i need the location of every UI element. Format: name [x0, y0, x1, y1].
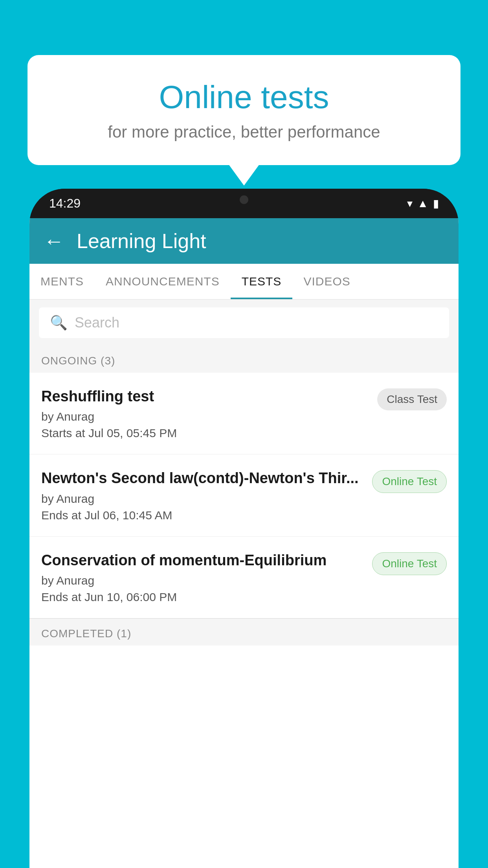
- phone-notch: [209, 189, 279, 210]
- speech-bubble-title: Online tests: [55, 79, 433, 116]
- status-icons: ▾ ▲ ▮: [407, 197, 439, 210]
- list-item[interactable]: Conservation of momentum-Equilibrium by …: [29, 537, 459, 618]
- test-badge: Class Test: [377, 388, 447, 410]
- search-box[interactable]: 🔍 Search: [39, 307, 449, 338]
- app-title: Learning Light: [77, 229, 206, 253]
- speech-bubble-subtitle: for more practice, better performance: [55, 123, 433, 142]
- test-info: Newton's Second law(contd)-Newton's Thir…: [41, 469, 364, 522]
- search-placeholder: Search: [75, 314, 119, 331]
- completed-section-header: COMPLETED (1): [29, 618, 459, 645]
- test-time-label: Starts at: [41, 427, 85, 440]
- test-time: Ends at Jul 06, 10:45 AM: [41, 509, 364, 522]
- signal-icon: ▲: [417, 197, 428, 210]
- speech-bubble-container: Online tests for more practice, better p…: [28, 55, 460, 165]
- test-name: Newton's Second law(contd)-Newton's Thir…: [41, 469, 364, 488]
- app-header: ← Learning Light: [29, 218, 459, 264]
- list-item[interactable]: Newton's Second law(contd)-Newton's Thir…: [29, 454, 459, 536]
- test-by: by Anurag: [41, 410, 369, 423]
- tabs-container: MENTS ANNOUNCEMENTS TESTS VIDEOS: [29, 264, 459, 300]
- tab-videos[interactable]: VIDEOS: [292, 264, 361, 299]
- test-by: by Anurag: [41, 574, 364, 587]
- ongoing-section-header: ONGOING (3): [29, 346, 459, 373]
- test-name: Conservation of momentum-Equilibrium: [41, 551, 364, 570]
- tab-announcements[interactable]: ANNOUNCEMENTS: [95, 264, 231, 299]
- test-time: Ends at Jun 10, 06:00 PM: [41, 590, 364, 604]
- test-time: Starts at Jul 05, 05:45 PM: [41, 427, 369, 440]
- phone-screen: ← Learning Light MENTS ANNOUNCEMENTS TES…: [29, 218, 459, 868]
- test-info: Reshuffling test by Anurag Starts at Jul…: [41, 387, 369, 440]
- tab-ments[interactable]: MENTS: [29, 264, 95, 299]
- test-badge: Online Test: [372, 470, 447, 493]
- test-badge: Online Test: [372, 552, 447, 575]
- test-time-label: Ends at: [41, 590, 81, 603]
- test-info: Conservation of momentum-Equilibrium by …: [41, 551, 364, 604]
- search-container: 🔍 Search: [29, 300, 459, 346]
- test-time-value: Jul 06, 10:45 AM: [84, 509, 172, 522]
- camera: [240, 195, 248, 204]
- test-time-value: Jun 10, 06:00 PM: [84, 590, 177, 603]
- tests-list: Reshuffling test by Anurag Starts at Jul…: [29, 373, 459, 868]
- search-icon: 🔍: [50, 314, 68, 331]
- test-by: by Anurag: [41, 492, 364, 506]
- test-time-label: Ends at: [41, 509, 81, 522]
- wifi-icon: ▾: [407, 197, 413, 210]
- list-item[interactable]: Reshuffling test by Anurag Starts at Jul…: [29, 373, 459, 454]
- speech-bubble: Online tests for more practice, better p…: [28, 55, 460, 165]
- status-bar: 14:29 ▾ ▲ ▮: [29, 189, 459, 218]
- test-name: Reshuffling test: [41, 387, 369, 406]
- status-time: 14:29: [49, 196, 81, 211]
- back-button[interactable]: ←: [44, 229, 64, 253]
- test-time-value: Jul 05, 05:45 PM: [88, 427, 177, 440]
- phone-frame: 14:29 ▾ ▲ ▮ ← Learning Light MENTS ANNOU…: [29, 189, 459, 868]
- battery-icon: ▮: [433, 197, 439, 210]
- tab-tests[interactable]: TESTS: [231, 264, 293, 299]
